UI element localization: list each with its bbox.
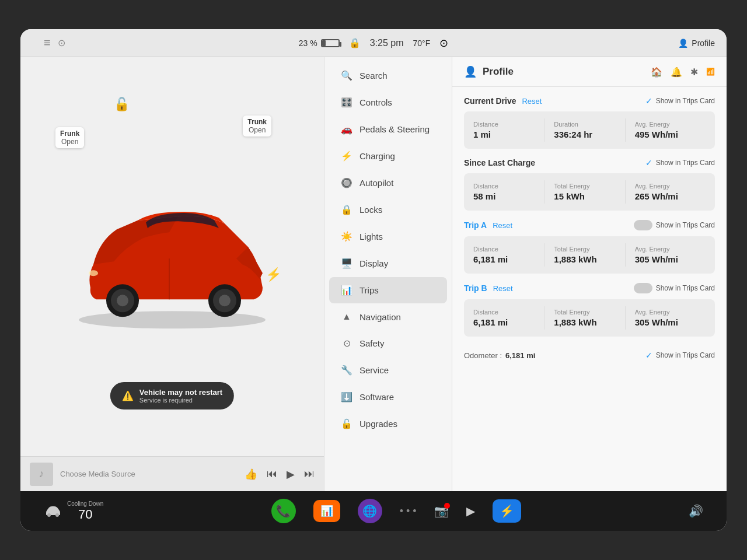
trip-b-header: Trip B Reset Show in Trips Card <box>464 283 715 293</box>
media-source-label: Choose Media Source <box>60 470 238 478</box>
play-taskbar-button[interactable]: ▶ <box>466 504 475 518</box>
thumbs-up-button[interactable]: 👍 <box>245 468 257 481</box>
menu-display-label: Display <box>359 258 388 268</box>
menu-item-safety[interactable]: ⊙ Safety <box>329 330 447 356</box>
camera-taskbar-button[interactable]: 📷 <box>434 504 449 518</box>
taskbar-right: 🔊 <box>689 504 703 518</box>
status-center: 23 % 🔒 3:25 pm 70°F ⊙ <box>299 37 448 50</box>
current-drive-card: Distance 1 mi Duration 336:24 hr Avg. En… <box>464 111 715 149</box>
trip-a-total-energy: Total Energy 1,883 kWh <box>544 243 624 267</box>
navigation-icon: ▲ <box>341 312 352 322</box>
trunk-status: Open <box>247 126 267 134</box>
svg-point-11 <box>55 513 59 517</box>
profile-icon: 👤 <box>678 38 688 48</box>
car-area: Frunk Open 🔓 Trunk Open <box>20 57 324 456</box>
taskbar: Cooling Down 70 📞 📊 🌐 • • • 📷 ▶ <box>20 491 727 531</box>
frunk-label: Frunk Open <box>55 127 84 148</box>
warning-icon: ⚠️ <box>122 390 134 401</box>
car-taskbar-icon[interactable] <box>44 504 62 518</box>
charging-icon: ⚡ <box>341 150 352 162</box>
trip-a-show-label: Show in Trips Card <box>656 221 715 229</box>
trip-b-avg-label: Avg. Energy <box>635 309 706 316</box>
next-track-button[interactable]: ⏭ <box>304 468 315 480</box>
trip-b-toggle[interactable] <box>634 283 652 293</box>
time-display: 3:25 pm <box>370 38 404 48</box>
trip-a-avg-label: Avg. Energy <box>635 246 706 253</box>
trip-b-reset[interactable]: Reset <box>493 284 513 293</box>
phone-taskbar-button[interactable]: 📞 <box>271 499 296 523</box>
menu-item-autopilot[interactable]: 🔘 Autopilot <box>329 170 447 196</box>
trip-a-title: Trip A <box>464 220 487 230</box>
trip-a-reset[interactable]: Reset <box>493 221 512 230</box>
menu-item-controls[interactable]: 🎛️ Controls <box>329 89 447 116</box>
current-distance-value: 1 mi <box>473 130 544 139</box>
battery-info: 23 % <box>299 38 340 48</box>
bell-icon: 🔔 <box>671 66 682 78</box>
menu-search-label: Search <box>359 71 388 80</box>
play-button[interactable]: ▶ <box>287 468 295 481</box>
trip-b-total-label: Total Energy <box>554 309 624 316</box>
menu-item-upgrades[interactable]: 🔓 Upgrades <box>329 411 447 437</box>
audio-taskbar-button[interactable]: 📊 <box>313 500 340 522</box>
trip-a-card: Distance 6,181 mi Total Energy 1,883 kWh… <box>464 236 715 274</box>
since-total-label: Total Energy <box>554 183 624 190</box>
left-panel: Frunk Open 🔓 Trunk Open <box>20 57 324 491</box>
media-thumbnail: ♪ <box>30 463 53 486</box>
settings-icon[interactable]: ⊙ <box>439 37 448 50</box>
menu-item-charging[interactable]: ⚡ Charging <box>329 143 447 169</box>
trip-b-total-energy: Total Energy 1,883 kWh <box>544 306 624 330</box>
menu-navigation-label: Navigation <box>359 312 401 322</box>
trip-b-dist-label: Distance <box>473 309 544 316</box>
volume-taskbar-button[interactable]: 🔊 <box>689 504 703 518</box>
menu-item-trips[interactable]: 📊 Trips <box>329 277 447 303</box>
menu-charging-label: Charging <box>359 151 395 161</box>
menu-item-lights[interactable]: ☀️ Lights <box>329 223 447 250</box>
media-controls: 👍 ⏮ ▶ ⏭ <box>245 468 315 481</box>
menu-autopilot-label: Autopilot <box>359 178 393 188</box>
current-drive-reset[interactable]: Reset <box>522 97 542 106</box>
menu-item-display[interactable]: 🖥️ Display <box>329 250 447 276</box>
trip-a-dist-value: 6,181 mi <box>473 254 544 264</box>
prev-track-button[interactable]: ⏮ <box>267 468 277 480</box>
svg-point-0 <box>79 311 266 328</box>
svg-point-9 <box>89 270 98 276</box>
since-distance: Distance 58 mi <box>473 180 544 204</box>
check-icon-since: ✓ <box>645 158 652 167</box>
battery-percent: 23 % <box>299 38 317 48</box>
since-charge-show-label: Show in Trips Card <box>656 159 715 167</box>
lock-status-icon: 🔒 <box>349 37 361 48</box>
bluetooth-taskbar-button[interactable]: ⚡ <box>493 499 521 523</box>
profile-title: Profile <box>483 66 645 78</box>
software-icon: ⬇️ <box>341 391 352 402</box>
autopilot-icon: 🔘 <box>341 177 352 188</box>
menu-item-service[interactable]: 🔧 Service <box>329 357 447 383</box>
since-distance-label: Distance <box>473 183 544 190</box>
pedals-icon: 🚗 <box>341 124 352 135</box>
check-icon-odometer: ✓ <box>645 351 652 360</box>
menu-item-pedals[interactable]: 🚗 Pedals & Steering <box>329 116 447 142</box>
trip-b-avg-energy: Avg. Energy 305 Wh/mi <box>625 306 706 330</box>
menu-item-navigation[interactable]: ▲ Navigation <box>329 304 447 330</box>
svg-point-7 <box>219 295 231 306</box>
current-avg-label: Avg. Energy <box>635 121 706 128</box>
lights-icon: ☀️ <box>341 231 352 242</box>
profile-button[interactable]: 👤 Profile <box>678 38 715 48</box>
search-icon: 🔍 <box>341 70 352 81</box>
since-charge-card: Distance 58 mi Total Energy 15 kWh Avg. … <box>464 173 715 211</box>
current-drive-stats: Distance 1 mi Duration 336:24 hr Avg. En… <box>473 118 706 142</box>
menu-item-search[interactable]: 🔍 Search <box>329 62 447 89</box>
browser-taskbar-button[interactable]: 🌐 <box>358 499 382 523</box>
odometer-value: 6,181 mi <box>505 351 535 360</box>
trip-a-total-value: 1,883 kWh <box>554 254 624 264</box>
profile-header-icons: 🏠 🔔 ✱ 📶 <box>651 66 715 78</box>
menu-item-software[interactable]: ⬇️ Software <box>329 384 447 410</box>
signal-icon: 📶 <box>706 68 715 76</box>
trip-a-total-label: Total Energy <box>554 246 624 253</box>
since-charge-stats: Distance 58 mi Total Energy 15 kWh Avg. … <box>473 180 706 204</box>
controls-icon: 🎛️ <box>341 97 352 108</box>
tire-icon: ⊙ <box>58 37 65 48</box>
more-taskbar-button[interactable]: • • • <box>400 505 417 517</box>
trip-a-toggle[interactable] <box>634 220 652 230</box>
trip-b-show-trips: Show in Trips Card <box>634 283 715 293</box>
menu-item-locks[interactable]: 🔒 Locks <box>329 197 447 223</box>
